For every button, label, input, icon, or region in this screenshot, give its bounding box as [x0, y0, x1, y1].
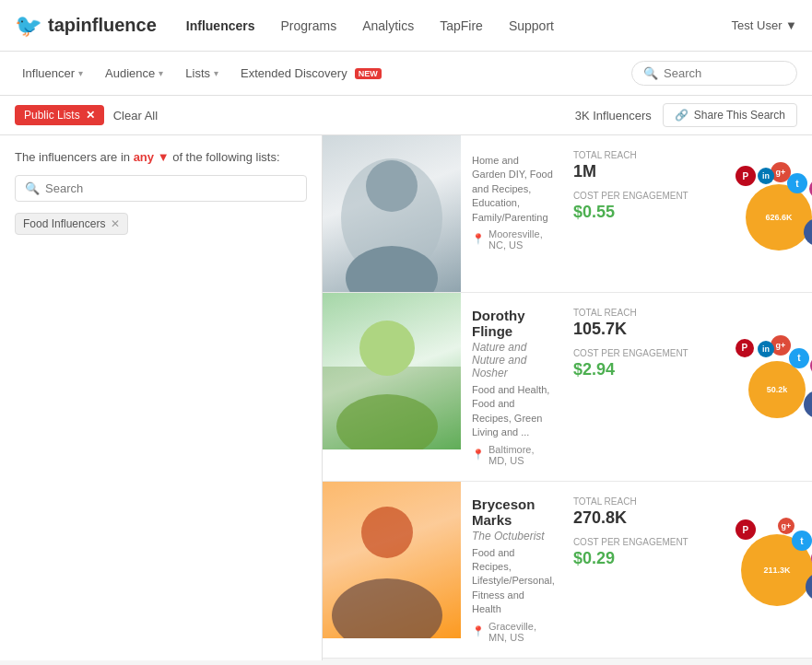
search-input[interactable]: [664, 66, 774, 80]
logo-icon: 🐦: [15, 13, 42, 39]
top-nav: 🐦 tapinfluence Influencers Programs Anal…: [0, 0, 812, 52]
svg-point-1: [366, 160, 418, 212]
sub-nav-extended-discovery[interactable]: Extended Discovery NEW: [233, 63, 389, 84]
sub-nav-lists-label: Lists: [185, 66, 210, 80]
nav-item-support[interactable]: Support: [509, 15, 554, 37]
influencer-stats: Total Reach 270.8K Cost per Engagement $…: [566, 482, 713, 658]
total-reach-value: 270.8K: [573, 508, 706, 528]
filter-right: 3K Influencers 🔗 Share This Search: [575, 103, 797, 127]
share-button-label: Share This Search: [694, 109, 785, 122]
any-filter-toggle[interactable]: any ▼: [134, 150, 170, 164]
influencer-location: 📍 Graceville, MN, US: [472, 621, 555, 643]
share-icon: 🔗: [675, 109, 688, 122]
influencer-info: Home and Garden DIY, Food and Recipes, E…: [461, 135, 566, 292]
social-bubbles: 211.3K f t 📷 g+ P: [713, 482, 812, 658]
total-reach-value: 1M: [573, 162, 706, 181]
user-menu[interactable]: Test User ▼: [732, 18, 797, 32]
list-tag-close-icon[interactable]: ✕: [111, 217, 120, 230]
pinterest-bubble[interactable]: P: [736, 339, 754, 357]
home-bubble[interactable]: 626.6K: [746, 184, 812, 251]
sub-nav: Influencer ▾ Audience ▾ Lists ▾ Extended…: [0, 52, 812, 96]
total-reach-label: Total Reach: [573, 496, 706, 507]
sub-nav-left: Influencer ▾ Audience ▾ Lists ▾ Extended…: [15, 63, 624, 84]
influencer-photo: [323, 135, 461, 292]
content-area: The influencers are in any ▼ of the foll…: [0, 135, 812, 660]
twitter-bubble[interactable]: t: [792, 531, 812, 551]
list-tag-label: Food Influencers: [23, 217, 105, 230]
pinterest-bubble[interactable]: P: [736, 519, 756, 540]
total-reach-value: 105.7K: [573, 320, 706, 339]
clear-all-button[interactable]: Clear All: [113, 109, 158, 122]
logo-text: tapinfluence: [48, 15, 157, 36]
bubble-container: 626.6K f t 📷 ▶ g+ in P: [723, 158, 812, 269]
total-reach-label: Total Reach: [573, 150, 706, 160]
googleplus-bubble[interactable]: g+: [778, 518, 794, 534]
main-nav: Influencers Programs Analytics TapFire S…: [186, 15, 732, 37]
influencer-photo: [323, 482, 461, 658]
twitter-bubble[interactable]: t: [787, 173, 807, 193]
influencer-categories: Food and Recipes, Lifestyle/Personal, Fi…: [472, 546, 555, 617]
chevron-down-icon: ▾: [159, 68, 163, 78]
influencer-location: 📍 Baltimore, MD, US: [472, 444, 555, 466]
location-icon: 📍: [472, 625, 485, 637]
bubble-container: 50.2k f t 📷 g+ in P: [723, 332, 812, 442]
svg-point-4: [359, 321, 415, 376]
sub-nav-right: 🔍: [631, 61, 797, 86]
nav-item-influencers[interactable]: Influencers: [186, 15, 255, 37]
influencer-stats: Total Reach 105.7K Cost per Engagement $…: [566, 293, 713, 481]
list-search-box[interactable]: 🔍: [15, 175, 307, 202]
filter-tag-close-icon[interactable]: ✕: [86, 109, 95, 122]
location-icon: 📍: [472, 449, 485, 461]
influencer-categories: Food and Health, Food and Recipes, Green…: [472, 383, 555, 440]
nav-item-analytics[interactable]: Analytics: [362, 15, 414, 37]
right-panel: Home and Garden DIY, Food and Recipes, E…: [323, 135, 812, 660]
share-search-button[interactable]: 🔗 Share This Search: [663, 103, 797, 127]
logo[interactable]: 🐦 tapinfluence: [15, 13, 157, 39]
sub-nav-extended-label: Extended Discovery: [241, 66, 347, 80]
list-tag-food-influencers[interactable]: Food Influencers ✕: [15, 213, 128, 235]
bubble-container: 211.3K f t 📷 g+ P: [723, 514, 812, 624]
pinterest-bubble[interactable]: P: [736, 166, 756, 186]
sub-nav-influencer[interactable]: Influencer ▾: [15, 63, 90, 84]
chevron-down-icon: ▾: [214, 68, 218, 78]
filter-tag-label: Public Lists: [24, 109, 80, 122]
influencer-categories: Home and Garden DIY, Food and Recipes, E…: [472, 154, 555, 225]
nav-item-tapfire[interactable]: TapFire: [440, 15, 483, 37]
cpe-label: Cost per Engagement: [573, 348, 706, 358]
social-bubbles: 626.6K f t 📷 ▶ g+ in P: [713, 135, 812, 292]
cpe-value: $2.94: [573, 360, 706, 379]
total-reach-label: Total Reach: [573, 308, 706, 318]
list-search-input[interactable]: [45, 181, 297, 195]
influencer-card: Bryceson Marks The Octuberist Food and R…: [323, 482, 812, 659]
social-bubbles: 50.2k f t 📷 g+ in P: [713, 293, 812, 481]
cpe-value: $0.29: [573, 549, 706, 568]
cpe-label: Cost per Engagement: [573, 191, 706, 201]
nav-right: Test User ▼: [732, 18, 797, 32]
influencer-handle: Nature and Nuture and Nosher: [472, 341, 555, 379]
sub-nav-influencer-label: Influencer: [22, 66, 75, 80]
twitter-bubble[interactable]: t: [789, 348, 809, 368]
linkedin-bubble[interactable]: in: [758, 341, 774, 357]
influencer-photo: [323, 293, 461, 481]
filter-bar: Public Lists ✕ Clear All 3K Influencers …: [0, 96, 812, 135]
linkedin-bubble[interactable]: in: [758, 168, 774, 184]
home-bubble[interactable]: 50.2k: [748, 361, 806, 418]
svg-point-7: [361, 507, 413, 558]
sub-nav-lists[interactable]: Lists ▾: [178, 63, 226, 84]
sub-nav-audience[interactable]: Audience ▾: [98, 63, 171, 84]
influencer-card: Home and Garden DIY, Food and Recipes, E…: [323, 135, 812, 293]
influencer-name: Bryceson Marks: [472, 496, 555, 528]
nav-item-programs[interactable]: Programs: [281, 15, 337, 37]
influencer-location: 📍 Mooresville, NC, US: [472, 228, 555, 251]
influencer-info: Bryceson Marks The Octuberist Food and R…: [461, 482, 566, 658]
location-icon: 📍: [472, 233, 485, 245]
influencer-name: Dorothy Flinge: [472, 308, 555, 339]
chevron-down-icon: ▾: [78, 68, 83, 78]
search-box[interactable]: 🔍: [631, 61, 797, 86]
search-icon: 🔍: [643, 66, 658, 80]
public-lists-filter-tag[interactable]: Public Lists ✕: [15, 105, 104, 125]
influencer-handle: The Octuberist: [472, 530, 555, 542]
new-badge: NEW: [355, 68, 382, 79]
left-panel: The influencers are in any ▼ of the foll…: [0, 135, 323, 660]
cpe-value: $0.55: [573, 203, 706, 222]
